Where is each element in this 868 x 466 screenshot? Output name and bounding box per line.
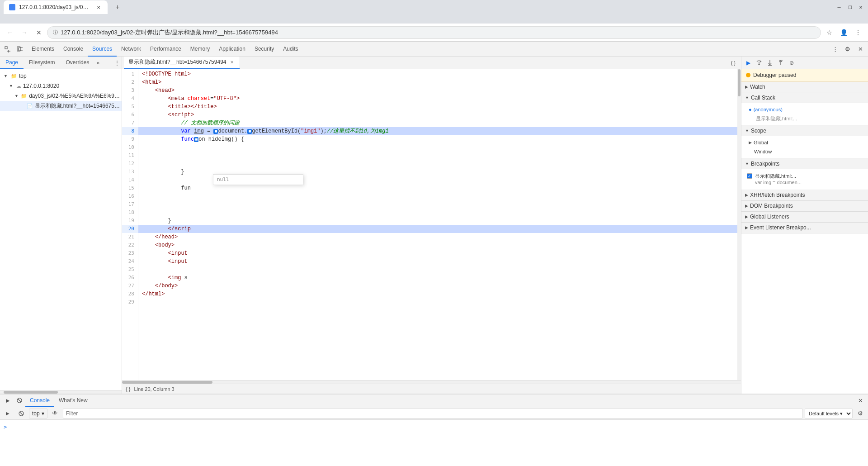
bottom-tab-console[interactable]: Console <box>25 395 54 407</box>
editor-horizontal-scrollbar[interactable] <box>122 380 741 384</box>
sources-tab-more[interactable]: » <box>96 60 99 66</box>
step-over-button[interactable] <box>754 58 764 68</box>
browser-chrome: 127.0.0.1:8020/day03_js/02-定时... ✕ + ─ ☐… <box>0 0 868 24</box>
maximize-button[interactable]: ☐ <box>846 4 854 11</box>
editor-tab-active[interactable]: 显示和隐藏.html?__hbt=1546675759494 ✕ <box>124 57 240 69</box>
resume-button[interactable]: ▶ <box>743 58 753 68</box>
code-line-20: </scrip <box>138 225 737 233</box>
tab-close-button[interactable]: ✕ <box>95 4 102 11</box>
code-line-28: </html> <box>138 290 737 298</box>
close-button[interactable]: ✕ <box>857 4 864 11</box>
address-bar[interactable]: ⓘ 127.0.0.1:8020/day03_js/02-定时弹出广告/显示和隐… <box>47 26 821 39</box>
pretty-print-button[interactable]: { } <box>727 57 739 69</box>
file-tree-file[interactable]: ▼ 📄 显示和隐藏.html?__hbt=154667575949... <box>0 101 122 111</box>
sources-menu-button[interactable]: ⋮ <box>114 60 120 66</box>
line-numbers: 1 2 3 4 5 6 7 8 9 10 11 12 13 14 15 16 1 <box>122 69 138 380</box>
global-listeners-header[interactable]: ▶ Global Listeners <box>741 212 868 223</box>
scope-section-header[interactable]: ▼ Scope <box>741 125 868 136</box>
ln-22: 22 <box>122 241 138 249</box>
console-settings-button[interactable]: ⚙ <box>854 408 866 419</box>
file-tree-top[interactable]: ▼ 📁 top <box>0 71 122 81</box>
editor-vertical-scrollbar[interactable] <box>737 69 741 380</box>
console-prompt-button[interactable]: ▶ <box>2 395 14 407</box>
call-stack-arrow: ▼ <box>745 95 749 100</box>
console-clear-button[interactable] <box>14 395 25 407</box>
devtools-close-button[interactable]: ✕ <box>854 43 866 55</box>
file-tree-folder[interactable]: ▼ 📁 day03_js/02-%E5%AE%9A%E6%97%B6%... <box>0 91 122 101</box>
ln-26: 26 <box>122 274 138 282</box>
code-line-17 <box>138 200 737 209</box>
inspect-element-button[interactable] <box>2 43 14 55</box>
console-execute-button[interactable]: ▶ <box>2 408 14 419</box>
tab-sources[interactable]: Sources <box>88 42 117 57</box>
tab-network[interactable]: Network <box>117 42 146 57</box>
step-into-button[interactable] <box>765 58 775 68</box>
breakpoints-section-header[interactable]: ▼ Breakpoints <box>741 158 868 169</box>
tab-security[interactable]: Security <box>250 42 278 57</box>
profile-button[interactable]: 👤 <box>837 26 850 39</box>
svg-point-0 <box>10 5 14 9</box>
event-listener-header[interactable]: ▶ Event Listener Breakpo... <box>741 223 868 233</box>
console-filter-input[interactable] <box>63 409 803 418</box>
bp-checkbox-1[interactable]: ✓ <box>747 173 752 179</box>
menu-button[interactable]: ⋮ <box>852 26 864 39</box>
console-eye-button[interactable]: 👁 <box>49 408 61 419</box>
call-stack-section-header[interactable]: ▼ Call Stack <box>741 92 868 103</box>
xhr-breakpoints-header[interactable]: ▶ XHR/fetch Breakpoints <box>741 190 868 201</box>
tab-application[interactable]: Application <box>214 42 250 57</box>
scope-global[interactable]: ▶ Global <box>741 138 868 147</box>
debugger-panel: ▶ ⊘ Debugger paused ▶ Watch <box>741 57 868 394</box>
sources-tab-page[interactable]: Page <box>0 57 24 69</box>
tree-arrow-folder: ▼ <box>14 94 19 98</box>
bookmark-button[interactable]: ☆ <box>823 26 835 39</box>
console-level-select[interactable]: Default levels ▾ <box>805 409 853 418</box>
sources-tab-filesystem[interactable]: Filesystem <box>24 57 60 69</box>
tab-elements[interactable]: Elements <box>27 42 59 57</box>
window-controls: ─ ☐ ✕ <box>835 4 864 11</box>
dom-label: DOM Breakpoints <box>750 203 793 209</box>
ln-8[interactable]: 8 <box>122 127 138 135</box>
console-prompt-line[interactable]: > <box>4 422 864 433</box>
console-context-selector[interactable]: top ▾ <box>29 409 47 418</box>
ln-25: 25 <box>122 266 138 274</box>
bottom-close-button[interactable]: ✕ <box>854 395 866 407</box>
reload-button[interactable]: ✕ <box>33 26 45 39</box>
breakpoint-item-1[interactable]: ✓ 显示和隐藏.html:... var img = documen... <box>741 171 868 188</box>
code-editor[interactable]: <!DOCTYPE html> <html> <head> <meta char… <box>138 69 737 380</box>
deactivate-breakpoints-button[interactable]: ⊘ <box>787 58 797 68</box>
tab-audits[interactable]: Audits <box>278 42 302 57</box>
ln-16: 16 <box>122 192 138 200</box>
dom-breakpoints-header[interactable]: ▶ DOM Breakpoints <box>741 201 868 212</box>
sources-horizontal-scrollbar[interactable] <box>0 390 122 394</box>
console-block-button[interactable] <box>15 408 27 419</box>
tab-memory[interactable]: Memory <box>186 42 214 57</box>
file-tree-host[interactable]: ▼ ☁ 127.0.0.1:8020 <box>0 81 122 91</box>
sources-file-panel: Page Filesystem Overrides » ⋮ ▼ 📁 top <box>0 57 122 394</box>
new-tab-button[interactable]: + <box>111 1 124 14</box>
back-button[interactable]: ← <box>4 26 16 39</box>
bottom-tab-whats-new[interactable]: What's New <box>54 395 92 407</box>
sources-editor-panel: 显示和隐藏.html?__hbt=1546675759494 ✕ { } 1 2… <box>122 57 741 394</box>
code-line-23: <input <box>138 249 737 257</box>
watch-section-header[interactable]: ▶ Watch <box>741 81 868 92</box>
tab-console[interactable]: Console <box>59 42 88 57</box>
code-line-6: <script> <box>138 111 737 119</box>
console-toolbar: ▶ top ▾ 👁 Default levels ▾ ⚙ <box>0 407 868 420</box>
tab-performance[interactable]: Performance <box>146 42 186 57</box>
editor-tab-close[interactable]: ✕ <box>229 59 235 66</box>
step-out-button[interactable] <box>776 58 786 68</box>
devtools-settings-button[interactable]: ⚙ <box>842 43 854 55</box>
scope-window[interactable]: Window <box>741 147 868 156</box>
device-toolbar-button[interactable] <box>14 43 25 55</box>
editor-tabs: 显示和隐藏.html?__hbt=1546675759494 ✕ { } <box>122 57 741 69</box>
minimize-button[interactable]: ─ <box>835 4 843 11</box>
call-stack-item-anonymous[interactable]: ● (anonymous) <box>741 105 868 114</box>
devtools-more-button[interactable]: ⋮ <box>829 43 841 55</box>
code-line-12 <box>138 160 737 168</box>
code-line-4: <meta charset="UTF-8"> <box>138 95 737 103</box>
active-tab[interactable]: 127.0.0.1:8020/day03_js/02-定时... ✕ <box>4 0 108 14</box>
sources-tab-overrides[interactable]: Overrides <box>60 57 94 69</box>
ln-20[interactable]: 20 <box>122 225 138 233</box>
scope-arrow: ▼ <box>745 128 749 133</box>
forward-button[interactable]: → <box>18 26 31 39</box>
